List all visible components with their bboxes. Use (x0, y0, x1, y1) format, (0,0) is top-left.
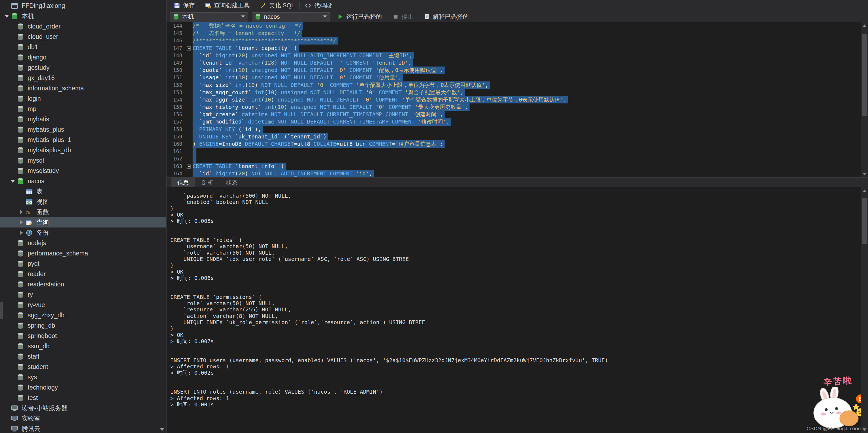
tree-item-本机[interactable]: 本机 (0, 11, 166, 21)
fold-spacer (185, 111, 193, 118)
code-line[interactable]: 150 `quota` int(10) unsigned NOT NULL DE… (166, 66, 868, 74)
code-line[interactable]: 145/* 表名称 = tenant_capacity */ (166, 30, 868, 37)
output-panel[interactable]: `password` varchar(500) NOT NULL, `enabl… (166, 187, 868, 433)
tree-item-staff[interactable]: staff (0, 351, 166, 362)
tree-item-mybatis_plus[interactable]: mybatis_plus (0, 124, 166, 135)
code-line[interactable]: 149 `tenant_id` varchar(128) NOT NULL DE… (166, 59, 868, 66)
code-line[interactable]: 164 `id` bigint(20) NOT NULL AUTO_INCREM… (166, 170, 868, 177)
tree-expand-icon[interactable] (18, 208, 25, 215)
code-line[interactable]: 152 `max_size` int(10) NOT NULL DEFAULT … (166, 82, 868, 89)
code-line[interactable]: 158 PRIMARY KEY (`id`), (166, 126, 868, 133)
tree-item-备份[interactable]: 备份 (0, 228, 166, 238)
tree-item-gx_day16[interactable]: gx_day16 (0, 73, 166, 83)
tree-collapse-icon[interactable] (9, 177, 16, 184)
code-line[interactable]: 156 `gmt_create` datetime NOT NULL DEFAU… (166, 111, 868, 118)
tree-expand-icon[interactable] (18, 229, 25, 236)
code-line[interactable]: 159 UNIQUE KEY `uk_tenant_id` (`tenant_i… (166, 133, 868, 140)
tree-item-reader[interactable]: reader (0, 269, 166, 279)
tree-item-label: mybatis_plus (28, 126, 64, 133)
tree-item-readerstation[interactable]: readerstation (0, 279, 166, 289)
tree-item-视图[interactable]: 视图 (0, 197, 166, 207)
tree-item-spring_db[interactable]: spring_db (0, 320, 166, 331)
tree-item-查询[interactable]: 查询 (0, 217, 166, 228)
tree-expand-icon[interactable] (18, 219, 25, 226)
code-line[interactable]: 163CREATE TABLE `tenant_info` ( (166, 163, 868, 170)
tree-item-nacos[interactable]: nacos (0, 176, 166, 186)
editor-scrollbar[interactable] (861, 22, 868, 177)
tree-item-login[interactable]: login (0, 93, 166, 104)
stop-button[interactable]: 停止 (389, 11, 416, 22)
explain-selected-button[interactable]: 解释已选择的 (421, 11, 472, 22)
query-builder-button[interactable]: 查询创建工具 (202, 0, 253, 11)
code-line[interactable]: 161 (166, 148, 868, 155)
view-icon (26, 198, 34, 205)
code-line[interactable]: 144/* 数据库全名 = nacos_config */ (166, 22, 868, 30)
scroll-down-icon[interactable] (863, 428, 866, 431)
tree-item-ry-vue[interactable]: ry-vue (0, 300, 166, 310)
tree-arrow-spacer (9, 147, 16, 154)
scroll-up-icon[interactable] (863, 190, 866, 192)
tree-item-表[interactable]: 表 (0, 186, 166, 197)
tree-item-sgg_zhxy_db[interactable]: sgg_zhxy_db (0, 310, 166, 320)
tree-item-mybatis[interactable]: mybatis (0, 114, 166, 124)
code-line[interactable]: 155 `max_history_count` int(10) unsigned… (166, 104, 868, 111)
code-line[interactable]: 153 `max_aggr_count` int(10) unsigned NO… (166, 89, 868, 96)
tree-item-实验室[interactable]: 实验室 (0, 413, 166, 424)
fold-collapse-icon[interactable] (185, 45, 193, 52)
tree-item-springboot[interactable]: springboot (0, 331, 166, 341)
beautify-sql-button[interactable]: 美化 SQL (257, 0, 298, 11)
tree-item-gostudy[interactable]: gostudy (0, 62, 166, 73)
tree-item-mybatisplus_db[interactable]: mybatisplus_db (0, 145, 166, 155)
code-line[interactable]: 147CREATE TABLE `tenant_capacity` ( (166, 45, 868, 52)
code-line[interactable]: 146/************************************… (166, 37, 868, 44)
sidebar-scroll-down-icon[interactable] (160, 428, 164, 431)
tree-item-sys[interactable]: sys (0, 372, 166, 382)
code-line[interactable]: 157 `gmt_modified` datetime NOT NULL DEF… (166, 118, 868, 125)
code-snippet-button[interactable]: 代码段 (301, 0, 335, 11)
dock-handle[interactable] (0, 302, 3, 319)
save-button[interactable]: 保存 (170, 0, 198, 11)
tree-item-student[interactable]: student (0, 362, 166, 372)
tree-item-cloud_user[interactable]: cloud_user (0, 31, 166, 42)
database-select[interactable]: nacos (252, 12, 330, 22)
output-scroll-thumb[interactable] (862, 198, 867, 244)
tree-collapse-icon[interactable] (3, 12, 10, 20)
tree-item-cloud_order[interactable]: cloud_order (0, 21, 166, 31)
tree-item-django[interactable]: django (0, 52, 166, 62)
tree-item-ry[interactable]: ry (0, 289, 166, 300)
code-line[interactable]: 151 `usage` int(10) unsigned NOT NULL DE… (166, 74, 868, 81)
tree-item-performance_schema[interactable]: performance_schema (0, 248, 166, 258)
fold-collapse-icon[interactable] (185, 163, 193, 170)
result-tab-信息[interactable]: 信息 (172, 177, 195, 187)
code-text: `max_aggr_size` int(10) unsigned NOT NUL… (193, 96, 568, 104)
tree-arrow-spacer (9, 384, 16, 391)
result-tab-状态[interactable]: 状态 (220, 177, 244, 187)
code-line[interactable]: 148 `id` bigint(20) unsigned NOT NULL AU… (166, 52, 868, 59)
tree-item-mysql[interactable]: mysql (0, 155, 166, 166)
tree-item-information_schema[interactable]: information_schema (0, 83, 166, 93)
code-line[interactable]: 162 (166, 155, 868, 162)
code-line[interactable]: 154 `max_aggr_size` int(10) unsigned NOT… (166, 96, 868, 104)
tree-item-test[interactable]: test (0, 393, 166, 403)
tree-item-mp[interactable]: mp (0, 104, 166, 114)
tree-item-nodejs[interactable]: nodejs (0, 238, 166, 248)
result-tab-剖析[interactable]: 剖析 (196, 177, 219, 187)
tree-item-函数[interactable]: fx函数 (0, 207, 166, 217)
tree-item-读者-小站服务器[interactable]: 读者-小站服务器 (0, 403, 166, 413)
scroll-up-icon[interactable] (863, 24, 866, 27)
tree-item-db1[interactable]: db1 (0, 42, 166, 52)
tree-item-FFDingJiaxiong[interactable]: FFDingJiaxiong (0, 1, 166, 11)
connection-select[interactable]: 本机 (170, 12, 248, 22)
output-scrollbar[interactable] (861, 187, 868, 433)
run-selected-button[interactable]: 运行已选择的 (334, 11, 385, 22)
tree-item-technology[interactable]: technology (0, 382, 166, 393)
tree-item-pyqt[interactable]: pyqt (0, 258, 166, 269)
scroll-down-icon[interactable] (863, 173, 866, 175)
code-line[interactable]: 160) ENGINE=InnoDB DEFAULT CHARSET=utf8 … (166, 140, 868, 148)
tree-item-ssm_db[interactable]: ssm_db (0, 341, 166, 351)
tree-item-腾讯云[interactable]: 腾讯云 (0, 424, 166, 433)
editor-scroll-thumb[interactable] (862, 34, 867, 116)
tree-item-mysqlstudy[interactable]: mysqlstudy (0, 166, 166, 176)
tree-item-mybatis_plus_1[interactable]: mybatis_plus_1 (0, 135, 166, 145)
sql-editor[interactable]: 144/* 数据库全名 = nacos_config */145/* 表名称 =… (166, 22, 868, 177)
